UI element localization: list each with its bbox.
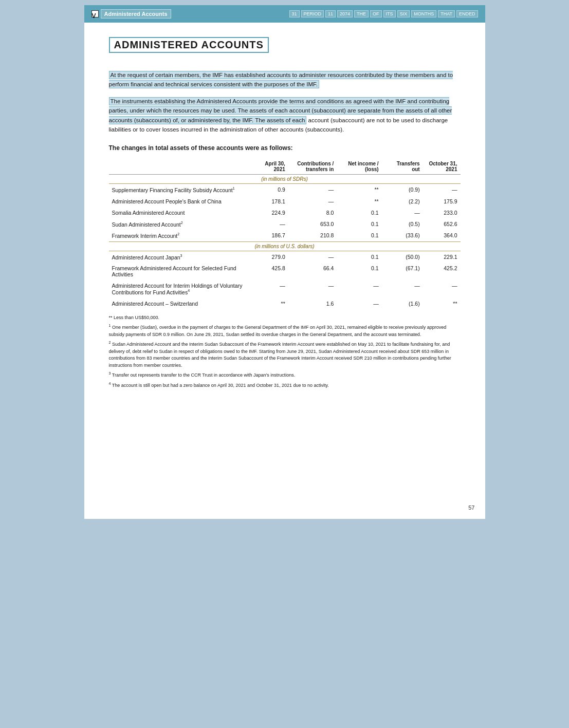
row-contrib-framework: 210.8 (288, 230, 337, 241)
col-header-oct2021: October 31,2021 (423, 159, 461, 175)
row-name-framework-selected: Framework Administered Account for Selec… (109, 263, 251, 280)
intro-paragraph-1: At the request of certain members, the I… (109, 70, 461, 89)
header-left: v Administered Accounts (91, 9, 171, 18)
subheader-usd: (in millions of U.S. dollars) (109, 241, 461, 251)
table-header-row: April 30,2021 Contributions /transfers i… (109, 159, 461, 175)
table-row: Administered Account – Switzerland ** 1.… (109, 298, 461, 309)
header-right-part-4: 2074 (337, 10, 353, 17)
col-header-transfers-out: Transfersout (382, 159, 423, 175)
col-header-contributions: Contributions /transfers in (288, 159, 337, 175)
row-contrib-framework-selected: 66.4 (288, 263, 337, 280)
intro-p2-highlighted: The instruments establishing the Adminis… (109, 97, 452, 124)
row-net-sff: ** (337, 184, 381, 196)
title-wrapper: ADMINISTERED ACCOUNTS (109, 37, 461, 62)
row-transfer-japan: (50.0) (382, 251, 423, 263)
row-name-interim: Administered Account for Interim Holding… (109, 280, 251, 298)
row-transfer-china: (2.2) (382, 196, 423, 207)
row-oct-sudan: 652.6 (423, 218, 461, 230)
row-transfer-sudan: (0.5) (382, 218, 423, 230)
footnote-2: 2 Sudan Administered Account and the Int… (109, 340, 461, 369)
header-bar: v Administered Accounts 31 PERIOD 11 207… (84, 5, 485, 23)
header-nav-title: Administered Accounts (101, 9, 171, 18)
header-checkbox: v (91, 10, 99, 17)
subheader-sdrs: (in millions of SDRs) (109, 175, 461, 184)
row-april-japan: 279.0 (251, 251, 288, 263)
page-number: 57 (468, 505, 474, 511)
row-contrib-sudan: 653.0 (288, 218, 337, 230)
header-right-part-10: THAT (438, 10, 455, 17)
row-net-framework-selected: 0.1 (337, 263, 381, 280)
section-title: ADMINISTERED ACCOUNTS (109, 37, 269, 53)
intro-paragraph-2: The instruments establishing the Adminis… (109, 97, 461, 135)
row-april-sff: 0.9 (251, 184, 288, 196)
row-net-japan: 0.1 (337, 251, 381, 263)
row-contrib-sff: — (288, 184, 337, 196)
row-april-interim: — (251, 280, 288, 298)
footnote-4: 4 The account is still open but had a ze… (109, 381, 461, 389)
row-net-switzerland: — (337, 298, 381, 309)
row-oct-china: 175.9 (423, 196, 461, 207)
row-contrib-interim: — (288, 280, 337, 298)
table-row: Framework Interim Account2 186.7 210.8 0… (109, 230, 461, 241)
row-net-framework: 0.1 (337, 230, 381, 241)
row-oct-framework-selected: 425.2 (423, 263, 461, 280)
row-april-framework: 186.7 (251, 230, 288, 241)
subheader-usd-label: (in millions of U.S. dollars) (109, 241, 461, 251)
changes-heading: The changes in total assets of these acc… (109, 144, 461, 152)
header-right-part-6: OF (370, 10, 382, 17)
row-transfer-framework: (33.6) (382, 230, 423, 241)
row-name-somalia: Somalia Administered Account (109, 207, 251, 218)
table-row: Administered Account People's Bank of Ch… (109, 196, 461, 207)
row-april-china: 178.1 (251, 196, 288, 207)
row-transfer-switzerland: (1.6) (382, 298, 423, 309)
table-row: Sudan Administered Account2 — 653.0 0.1 … (109, 218, 461, 230)
footnote-star: ** Less than US$50,000. (109, 314, 461, 322)
main-content: ADMINISTERED ACCOUNTS At the request of … (84, 23, 485, 412)
footnote-3: 3 Transfer out represents transfer to th… (109, 371, 461, 379)
row-oct-somalia: 233.0 (423, 207, 461, 218)
header-right-part-2: PERIOD (301, 10, 324, 17)
row-contrib-japan: — (288, 251, 337, 263)
row-transfer-interim: — (382, 280, 423, 298)
footnotes-section: ** Less than US$50,000. 1 One member (Su… (109, 314, 461, 389)
col-header-net-income: Net income /(loss) (337, 159, 381, 175)
row-april-framework-selected: 425.8 (251, 263, 288, 280)
row-april-sudan: — (251, 218, 288, 230)
row-oct-sff: — (423, 184, 461, 196)
row-net-china: ** (337, 196, 381, 207)
row-name-japan: Administered Account Japan3 (109, 251, 251, 263)
table-row: Framework Administered Account for Selec… (109, 263, 461, 280)
header-right-part-8: SIX (397, 10, 410, 17)
footnote-1: 1 One member (Sudan), overdue in the pay… (109, 323, 461, 338)
subheader-sdrs-label: (in millions of SDRs) (109, 175, 461, 184)
row-oct-switzerland: ** (423, 298, 461, 309)
row-oct-interim: — (423, 280, 461, 298)
header-right-part-7: ITS (383, 10, 396, 17)
row-transfer-somalia: — (382, 207, 423, 218)
row-net-interim: — (337, 280, 381, 298)
row-name-china: Administered Account People's Bank of Ch… (109, 196, 251, 207)
row-name-switzerland: Administered Account – Switzerland (109, 298, 251, 309)
data-table: April 30,2021 Contributions /transfers i… (109, 159, 461, 309)
header-right-part-5: THE (354, 10, 369, 17)
header-right-part-3: 11 (325, 10, 336, 17)
row-name-framework: Framework Interim Account2 (109, 230, 251, 241)
row-name-sff: Supplementary Financing Facility Subsidy… (109, 184, 251, 196)
col-header-name (109, 159, 251, 175)
row-transfer-framework-selected: (67.1) (382, 263, 423, 280)
header-right-part-11: ENDED (456, 10, 478, 17)
table-row: Supplementary Financing Facility Subsidy… (109, 184, 461, 196)
page: v Administered Accounts 31 PERIOD 11 207… (84, 5, 485, 519)
row-oct-framework: 364.0 (423, 230, 461, 241)
header-right-part-1: 31 (289, 10, 300, 17)
row-contrib-china: — (288, 196, 337, 207)
table-row: Administered Account for Interim Holding… (109, 280, 461, 298)
row-net-sudan: 0.1 (337, 218, 381, 230)
table-row: Administered Account Japan3 279.0 — 0.1 … (109, 251, 461, 263)
table-row: Somalia Administered Account 224.9 8.0 0… (109, 207, 461, 218)
row-contrib-switzerland: 1.6 (288, 298, 337, 309)
row-transfer-sff: (0.9) (382, 184, 423, 196)
row-april-somalia: 224.9 (251, 207, 288, 218)
header-right-part-9: MONTHS (411, 10, 436, 17)
row-name-sudan: Sudan Administered Account2 (109, 218, 251, 230)
